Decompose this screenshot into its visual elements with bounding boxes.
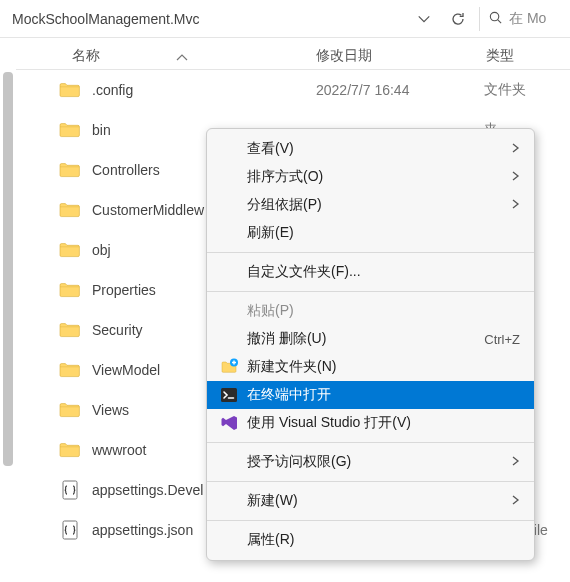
menu-separator (207, 291, 534, 292)
menu-item-label: 查看(V) (247, 140, 504, 158)
submenu-chevron-icon (510, 198, 520, 212)
folder-icon (58, 120, 82, 140)
menu-item[interactable]: 自定义文件夹(F)... (207, 258, 534, 286)
breadcrumb-path[interactable]: MockSchoolManagement.Mvc (6, 9, 407, 29)
context-menu: 查看(V)排序方式(O)分组依据(P)刷新(E)自定义文件夹(F)...粘贴(P… (206, 128, 535, 561)
menu-separator (207, 252, 534, 253)
menu-item-label: 新建(W) (247, 492, 504, 510)
file-name: .config (92, 82, 316, 98)
folder-icon (58, 440, 82, 460)
refresh-icon[interactable] (441, 4, 475, 34)
menu-item-label: 在终端中打开 (247, 386, 520, 404)
menu-item-label: 粘贴(P) (247, 302, 520, 320)
menu-separator (207, 442, 534, 443)
folder-icon (58, 200, 82, 220)
folder-icon (58, 240, 82, 260)
menu-item[interactable]: 排序方式(O) (207, 163, 534, 191)
blank-icon (217, 195, 241, 215)
menu-item-label: 自定义文件夹(F)... (247, 263, 520, 281)
terminal-icon (217, 385, 241, 405)
file-type: 文件夹 (484, 81, 526, 99)
menu-separator (207, 520, 534, 521)
blank-icon (217, 139, 241, 159)
menu-item[interactable]: 属性(R) (207, 526, 534, 554)
blank-icon (217, 223, 241, 243)
address-bar: MockSchoolManagement.Mvc 在 Mo (0, 0, 570, 38)
menu-item[interactable]: 使用 Visual Studio 打开(V) (207, 409, 534, 437)
submenu-chevron-icon (510, 170, 520, 184)
menu-item[interactable]: 授予访问权限(G) (207, 448, 534, 476)
menu-item-label: 刷新(E) (247, 224, 520, 242)
vertical-scrollbar[interactable] (0, 38, 16, 582)
column-name-header[interactable]: 名称 (16, 47, 316, 65)
menu-item-label: 分组依据(P) (247, 196, 504, 214)
folder-icon (58, 400, 82, 420)
submenu-chevron-icon (510, 494, 520, 508)
menu-item[interactable]: 新建文件夹(N) (207, 353, 534, 381)
menu-item-label: 属性(R) (247, 531, 520, 549)
blank-icon (217, 530, 241, 550)
menu-item-label: 撤消 删除(U) (247, 330, 484, 348)
svg-line-1 (498, 19, 501, 22)
menu-item[interactable]: 在终端中打开 (207, 381, 534, 409)
column-date-header[interactable]: 修改日期 (316, 47, 486, 65)
menu-item-label: 使用 Visual Studio 打开(V) (247, 414, 520, 432)
json-icon (58, 480, 82, 500)
submenu-chevron-icon (510, 455, 520, 469)
blank-icon (217, 167, 241, 187)
blank-icon (217, 329, 241, 349)
submenu-chevron-icon (510, 142, 520, 156)
menu-item[interactable]: 查看(V) (207, 135, 534, 163)
column-headers: 名称 修改日期 类型 (16, 38, 570, 70)
file-date: 2022/7/7 16:44 (316, 82, 484, 98)
menu-item: 粘贴(P) (207, 297, 534, 325)
search-box[interactable]: 在 Mo (484, 10, 564, 28)
menu-item[interactable]: 刷新(E) (207, 219, 534, 247)
table-row[interactable]: .config2022/7/7 16:44文件夹 (16, 70, 570, 110)
blank-icon (217, 491, 241, 511)
json-icon (58, 520, 82, 540)
blank-icon (217, 452, 241, 472)
menu-item[interactable]: 撤消 删除(U)Ctrl+Z (207, 325, 534, 353)
folder-icon (58, 280, 82, 300)
menu-item-label: 新建文件夹(N) (247, 358, 520, 376)
column-type-header[interactable]: 类型 (486, 47, 570, 65)
menu-item-label: 排序方式(O) (247, 168, 504, 186)
menu-item[interactable]: 分组依据(P) (207, 191, 534, 219)
menu-item[interactable]: 新建(W) (207, 487, 534, 515)
sort-caret-up-icon (176, 49, 188, 65)
svg-point-0 (490, 12, 498, 20)
toolbar-divider (479, 7, 480, 31)
menu-item-label: 授予访问权限(G) (247, 453, 504, 471)
folder-icon (58, 360, 82, 380)
blank-icon (217, 262, 241, 282)
newfolder-icon (217, 357, 241, 377)
history-chevron-icon[interactable] (407, 4, 441, 34)
scroll-thumb[interactable] (3, 72, 13, 466)
search-icon (488, 10, 503, 28)
menu-separator (207, 481, 534, 482)
search-placeholder: 在 Mo (509, 10, 546, 28)
folder-icon (58, 80, 82, 100)
folder-icon (58, 320, 82, 340)
vs-icon (217, 413, 241, 433)
folder-icon (58, 160, 82, 180)
blank-icon (217, 301, 241, 321)
menu-shortcut: Ctrl+Z (484, 332, 520, 347)
